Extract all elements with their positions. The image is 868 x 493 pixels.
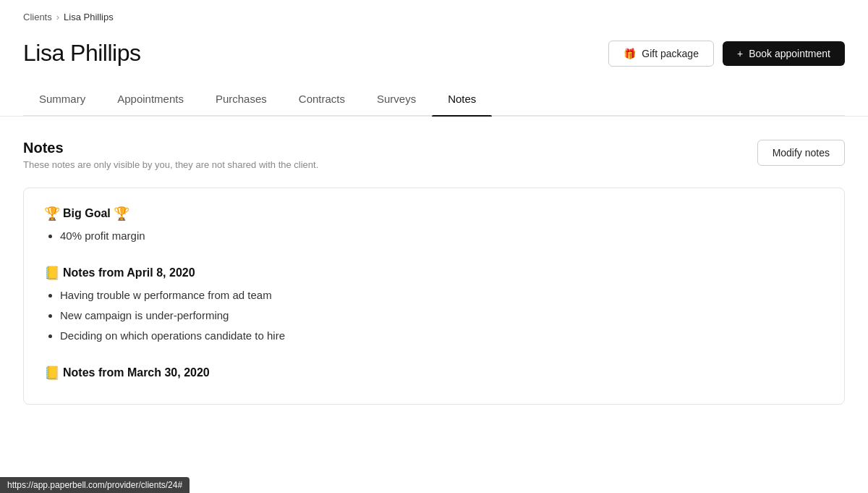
- big-goal-heading-text: Big Goal: [63, 207, 111, 220]
- list-item: 40% profit margin: [60, 227, 824, 245]
- breadcrumb: Clients › Lisa Phillips: [23, 12, 845, 22]
- notes-title: Notes: [23, 140, 318, 156]
- tab-notes[interactable]: Notes: [432, 84, 492, 115]
- page-title: Lisa Phillips: [23, 40, 140, 67]
- notes-header: Notes These notes are only visible by yo…: [23, 140, 845, 170]
- list-item: Deciding on which operations candidate t…: [60, 327, 824, 345]
- notebook-march-icon: 📒: [44, 365, 60, 381]
- gift-package-label: Gift package: [642, 48, 699, 59]
- tabs-row: Summary Appointments Purchases Contracts…: [23, 84, 845, 116]
- gift-icon: 🎁: [624, 48, 636, 59]
- breadcrumb-current: Lisa Phillips: [64, 12, 114, 22]
- tab-contracts[interactable]: Contracts: [283, 84, 361, 115]
- notes-header-text: Notes These notes are only visible by yo…: [23, 140, 318, 170]
- big-goal-list: 40% profit margin: [44, 227, 824, 245]
- main-content: Notes These notes are only visible by yo…: [0, 117, 868, 428]
- april-heading: 📒 Notes from April 8, 2020: [44, 265, 824, 281]
- book-appointment-label: Book appointment: [749, 48, 830, 59]
- list-item: New campaign is under-performing: [60, 307, 824, 324]
- notes-section-big-goal: 🏆 Big Goal 🏆 40% profit margin: [44, 206, 824, 245]
- breadcrumb-clients-link[interactable]: Clients: [23, 12, 52, 22]
- notes-subtitle: These notes are only visible by you, the…: [23, 159, 318, 170]
- plus-icon: +: [737, 48, 743, 59]
- gift-package-button[interactable]: 🎁 Gift package: [608, 41, 714, 67]
- tab-appointments[interactable]: Appointments: [101, 84, 200, 115]
- notes-section-march: 📒 Notes from March 30, 2020: [44, 365, 824, 381]
- april-heading-text: Notes from April 8, 2020: [63, 266, 195, 279]
- header-actions: 🎁 Gift package + Book appointment: [608, 41, 845, 67]
- tab-summary[interactable]: Summary: [23, 84, 101, 115]
- header-row: Lisa Phillips 🎁 Gift package + Book appo…: [23, 30, 845, 81]
- tab-surveys[interactable]: Surveys: [361, 84, 432, 115]
- breadcrumb-separator: ›: [56, 12, 59, 22]
- trophy-right-icon: 🏆: [114, 206, 129, 222]
- modify-notes-button[interactable]: Modify notes: [757, 140, 845, 166]
- march-heading: 📒 Notes from March 30, 2020: [44, 365, 824, 381]
- book-appointment-button[interactable]: + Book appointment: [723, 41, 845, 66]
- april-list: Having trouble w performance from ad tea…: [44, 287, 824, 345]
- notes-section-april: 📒 Notes from April 8, 2020 Having troubl…: [44, 265, 824, 345]
- tab-purchases[interactable]: Purchases: [200, 84, 283, 115]
- top-bar: Clients › Lisa Phillips Lisa Phillips 🎁 …: [0, 0, 868, 117]
- big-goal-heading: 🏆 Big Goal 🏆: [44, 206, 824, 222]
- march-heading-text: Notes from March 30, 2020: [63, 366, 210, 379]
- notes-card: 🏆 Big Goal 🏆 40% profit margin 📒 Notes f…: [23, 187, 845, 405]
- notebook-april-icon: 📒: [44, 265, 60, 281]
- trophy-left-icon: 🏆: [44, 206, 60, 222]
- list-item: Having trouble w performance from ad tea…: [60, 287, 824, 304]
